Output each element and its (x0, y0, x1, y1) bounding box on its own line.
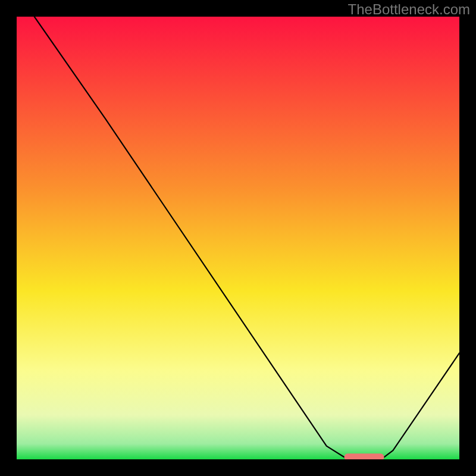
bottleneck-chart: TheBottleneck.com (0, 0, 476, 476)
chart-plot-area (17, 17, 459, 459)
chart-optimal-marker (345, 453, 384, 459)
watermark-text: TheBottleneck.com (348, 1, 470, 18)
chart-background-gradient (17, 17, 459, 459)
